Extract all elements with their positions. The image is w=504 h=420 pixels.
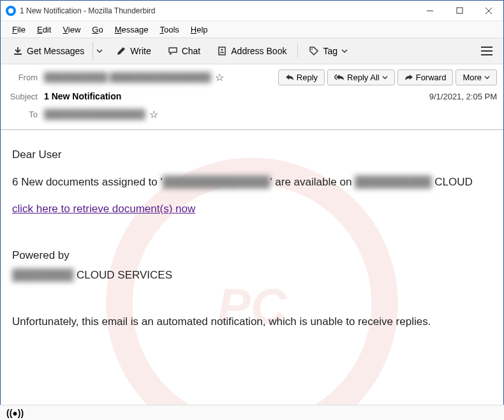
get-messages-button[interactable]: Get Messages: [7, 43, 90, 59]
get-messages-dropdown[interactable]: [93, 42, 105, 60]
to-value: ████████████████: [44, 109, 145, 119]
forward-button[interactable]: Forward: [397, 69, 454, 85]
svg-rect-5: [219, 47, 225, 55]
chat-icon: [168, 46, 178, 56]
to-star-icon[interactable]: ☆: [149, 108, 158, 120]
svg-point-7: [311, 48, 313, 50]
message-actions: Reply Reply All Forward More: [278, 69, 497, 85]
chevron-down-icon: [484, 75, 490, 80]
from-star-icon[interactable]: ☆: [215, 71, 224, 83]
menu-view[interactable]: View: [57, 24, 85, 36]
get-messages-label: Get Messages: [27, 46, 84, 56]
main-toolbar: Get Messages Write Chat Address Book Tag: [1, 38, 503, 64]
forward-label: Forward: [416, 73, 447, 82]
chevron-down-icon: [341, 48, 348, 54]
forward-icon: [404, 73, 413, 81]
from-value: ██████████ ████████████████: [44, 72, 211, 82]
chat-label: Chat: [182, 46, 201, 56]
minimize-button[interactable]: [415, 1, 445, 21]
toolbar-separator: [297, 44, 298, 58]
powered-by-label: Powered by: [12, 246, 492, 266]
address-book-label: Address Book: [231, 46, 286, 56]
to-label: To: [7, 110, 44, 119]
footer-note: Unfortunately, this email is an automate…: [12, 312, 492, 332]
menu-message[interactable]: Message: [110, 24, 154, 36]
powered-by-brand-line: ████████ CLOUD SERVICES: [12, 266, 492, 286]
titlebar-left: 1 New Notification - Mozilla Thunderbird: [1, 6, 156, 16]
chevron-down-icon: [382, 75, 388, 80]
reply-all-icon: [334, 73, 345, 81]
menu-tools[interactable]: Tools: [154, 24, 184, 36]
window-titlebar: 1 New Notification - Mozilla Thunderbird: [1, 1, 503, 21]
reply-label: Reply: [297, 73, 318, 82]
address-book-icon: [217, 46, 227, 56]
greeting: Dear User: [12, 145, 492, 165]
menu-file[interactable]: File: [7, 24, 31, 36]
more-label: More: [463, 73, 482, 82]
message-date: 9/1/2021, 2:05 PM: [429, 92, 497, 101]
close-button[interactable]: [474, 1, 503, 21]
svg-point-6: [221, 49, 223, 51]
reply-all-button[interactable]: Reply All: [327, 69, 395, 85]
tag-button[interactable]: Tag: [303, 43, 353, 59]
menu-help[interactable]: Help: [186, 24, 213, 36]
menubar: File Edit View Go Message Tools Help: [1, 21, 503, 38]
maximize-button[interactable]: [445, 1, 474, 21]
retrieve-documents-link[interactable]: click here to retrieve document(s) now: [12, 203, 195, 215]
message-body: PC Dear User 6 New documents assigned to…: [1, 130, 503, 410]
app-menu-button[interactable]: [477, 42, 497, 60]
app-icon: [6, 6, 16, 16]
window-controls: [415, 1, 503, 21]
menu-edit[interactable]: Edit: [32, 24, 56, 36]
reply-all-label: Reply All: [347, 73, 380, 82]
address-book-button[interactable]: Address Book: [211, 43, 292, 59]
write-label: Write: [130, 46, 151, 56]
subject-value: 1 New Notification: [44, 91, 121, 101]
message-header: From ██████████ ████████████████ ☆ Reply…: [1, 64, 503, 130]
menu-go[interactable]: Go: [87, 24, 108, 36]
tag-label: Tag: [323, 46, 337, 56]
statusbar: ((●)): [0, 405, 504, 420]
chat-button[interactable]: Chat: [162, 43, 207, 59]
reply-button[interactable]: Reply: [278, 69, 325, 85]
write-button[interactable]: Write: [110, 43, 156, 59]
download-icon: [13, 46, 23, 56]
tag-icon: [309, 46, 319, 56]
more-button[interactable]: More: [456, 69, 497, 85]
body-line-1: 6 New documents assigned to '███████████…: [12, 173, 492, 192]
window-title: 1 New Notification - Mozilla Thunderbird: [20, 6, 156, 15]
pencil-icon: [116, 46, 126, 56]
reply-icon: [285, 73, 294, 81]
connection-status-icon[interactable]: ((●)): [6, 408, 24, 418]
svg-rect-1: [457, 8, 463, 13]
subject-label: Subject: [7, 92, 44, 101]
svg-rect-4: [14, 54, 22, 55]
from-label: From: [7, 73, 44, 82]
